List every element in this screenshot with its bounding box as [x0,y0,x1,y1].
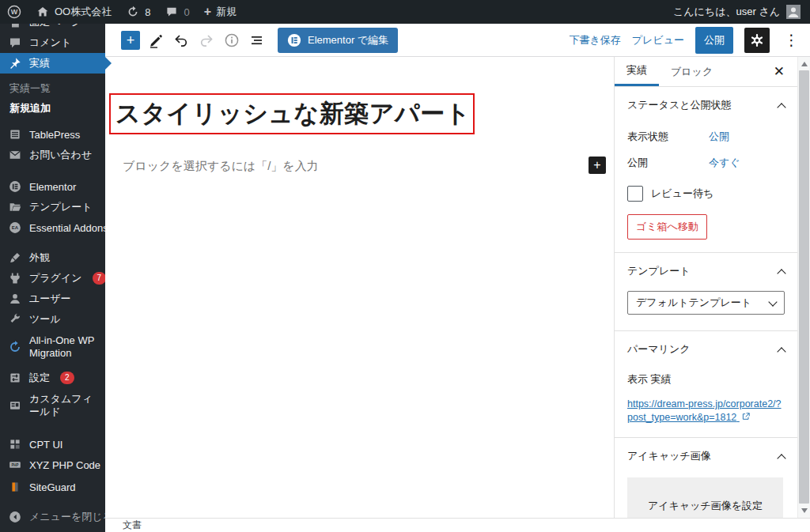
scrollbar-thumb[interactable] [799,70,809,504]
svg-text:W: W [11,8,18,16]
set-featured-image-button[interactable]: アイキャッチ画像を設定 [627,477,783,518]
sidebar-item-essential-addons[interactable]: EA Essential Addons [0,217,105,238]
site-name: OO株式会社 [55,5,112,19]
sidebar-item-appearance[interactable]: 外観 [0,247,105,268]
settings-tabs: 実績 ブロック ✕ [615,57,797,87]
template-panel-header[interactable]: テンプレート [615,253,797,288]
home-icon [36,5,50,19]
collapse-arrow-icon [8,510,22,524]
works-submenu: 実績一覧 新規追加 [0,74,105,124]
migration-icon [8,340,22,354]
status-panel-header[interactable]: ステータスと公開状態 [615,87,797,122]
new-content-menu[interactable]: + 新規 [197,0,244,24]
block-inserter-button[interactable]: + [121,31,140,50]
publish-button[interactable]: 公開 [695,27,733,54]
visibility-row: 表示状態 公開 [615,130,797,144]
sidebar-item-siteguard[interactable]: SiteGuard [0,477,105,497]
sidebar-item-custom-fields[interactable]: カスタムフィールド [0,388,105,423]
move-to-trash-button[interactable]: ゴミ箱へ移動 [627,214,707,240]
permalink-url-link[interactable]: https://dream-press.jp/corporate2/?post_… [627,398,785,424]
chevron-up-icon [777,269,785,277]
sidebar-item-users[interactable]: ユーザー [0,289,105,309]
editor-toolbar-right: 下書き保存 プレビュー 公開 ⋮ [569,27,810,54]
permalink-panel-title: パーマリンク [627,342,691,357]
pending-review-label: レビュー待ち [651,187,713,201]
list-view-icon[interactable] [248,31,267,50]
tab-block[interactable]: ブロック [659,57,725,86]
tools-pencil-icon[interactable] [146,31,165,50]
chevron-down-icon [768,297,777,306]
permalink-view-label: 表示 実績 [615,372,797,387]
submenu-item-add-new[interactable]: 新規追加 [0,98,105,118]
plug-icon [8,271,22,285]
sidebar-item-xyz-php[interactable]: PHP XYZ PHP Code [0,455,105,475]
sidebar-item-templates[interactable]: テンプレート [0,197,105,217]
set-featured-image-label: アイキャッチ画像を設定 [648,499,763,513]
close-icon[interactable]: ✕ [769,57,789,86]
more-options-kebab-icon[interactable]: ⋮ [781,31,802,49]
visibility-value-button[interactable]: 公開 [709,130,729,144]
publish-value-button[interactable]: 今すぐ [709,156,740,170]
pending-review-row[interactable]: レビュー待ち [615,186,797,202]
comments-menu[interactable]: 0 [157,0,196,24]
sidebar-item-pages[interactable]: 固定ページ [0,24,105,32]
chevron-up-icon [777,103,785,111]
block-placeholder-text[interactable]: ブロックを選択するには「/」を入力 [123,159,319,174]
settings-gear-button[interactable] [744,28,770,53]
submenu-item-works-list[interactable]: 実績一覧 [0,78,105,98]
siteguard-icon [8,480,22,494]
sidebar-item-cpt-ui[interactable]: CPT UI [0,434,105,455]
scroll-down-arrow-icon[interactable] [801,508,808,513]
tab-document[interactable]: 実績 [615,57,659,86]
user-icon [8,292,22,306]
preview-button[interactable]: プレビュー [632,33,684,47]
svg-text:PHP: PHP [11,463,18,467]
sidebar-item-settings[interactable]: 設定 2 [0,368,105,388]
undo-icon[interactable] [172,31,191,50]
plus-icon: + [204,6,211,18]
sidebar-item-aio-migration[interactable]: All-in-One WP Migration [0,330,105,364]
chevron-up-icon [777,454,785,462]
permalink-panel-header[interactable]: パーマリンク [615,331,797,366]
sidebar-item-collapse-menu[interactable]: メニューを閉じる [0,507,105,527]
save-draft-button[interactable]: 下書き保存 [569,33,620,47]
wordpress-logo-icon: W [7,5,21,19]
comments-count: 0 [184,6,189,18]
scroll-up-arrow-icon[interactable] [801,62,808,66]
pages-icon [8,24,22,29]
redo-icon[interactable] [197,31,216,50]
pending-review-checkbox[interactable] [627,186,643,202]
title-annotation-box: スタイリッシュな新築アパート [109,93,475,134]
edit-with-elementor-button[interactable]: Elementor で編集 [278,28,398,53]
post-title-input[interactable]: スタイリッシュな新築アパート [115,97,471,130]
svg-text:EA: EA [12,225,19,230]
pin-icon [8,56,22,70]
sidebar-item-tablepress[interactable]: TablePress [0,124,105,145]
account-menu[interactable]: こんにちは、user さん [673,5,810,19]
sidebar-item-tools[interactable]: ツール [0,309,105,330]
block-add-button[interactable]: + [589,157,606,174]
editor-toolbar: + Elementor で編集 下書き保存 プレビュー 公開 ⋮ [105,24,810,57]
active-menu-arrow [105,57,112,70]
sidebar-item-contact[interactable]: お問い合わせ [0,145,105,165]
external-link-icon [741,412,751,421]
visibility-label: 表示状態 [627,130,709,144]
sidebar-item-plugins[interactable]: プラグイン 7 [0,268,105,289]
info-icon[interactable] [222,31,241,50]
sidebar-item-comments[interactable]: コメント [0,32,105,53]
sidebar-item-works[interactable]: 実績 [0,53,105,74]
sidebar-scrollbar[interactable] [797,57,810,518]
publish-label: 公開 [627,156,709,170]
avatar [786,5,801,19]
updates-menu[interactable]: 8 [119,0,157,24]
site-menu[interactable]: OO株式会社 [28,0,119,24]
comment-bubble-icon [165,5,179,19]
elementor-button-label: Elementor で編集 [308,33,388,47]
sidebar-item-elementor[interactable]: Elementor [0,176,105,197]
featured-image-panel-header[interactable]: アイキャッチ画像 [615,438,797,470]
admin-bar: W OO株式会社 8 0 + 新規 こんにちは、user さん [0,0,810,24]
document-breadcrumb[interactable]: 文書 [123,519,142,532]
template-select[interactable]: デフォルトテンプレート [627,291,785,315]
editor-footer: 文書 [105,518,810,532]
wordpress-menu[interactable]: W [0,0,28,24]
